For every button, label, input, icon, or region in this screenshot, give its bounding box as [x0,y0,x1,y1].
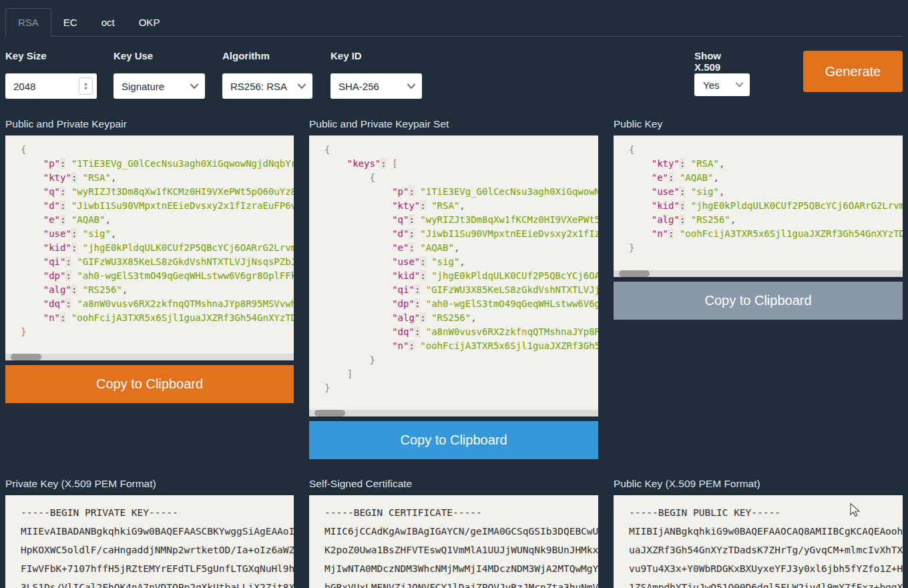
number-spinner-icon[interactable]: ▲▼ [79,77,93,95]
keypair-set-json-panel[interactable]: { "keys": [ { "p": "1TiE3EVg_G0lCecNsu3a… [309,135,598,416]
pem-panels-row: Private Key (X.509 PEM Format) -----BEGI… [5,478,903,588]
private-pem-panel[interactable]: -----BEGIN PRIVATE KEY-----MIIEvAIBADANB… [5,495,294,588]
private-pem-text: -----BEGIN PRIVATE KEY-----MIIEvAIBADANB… [5,495,294,588]
keypair-title: Public and Private Keypair [5,118,294,131]
chevron-down-icon [407,83,416,89]
algorithm-value: RS256: RSA [230,81,287,92]
scrollbar-thumb[interactable] [314,410,345,416]
certificate-text: -----BEGIN CERTIFICATE-----MIIC6jCCAdKgA… [309,495,598,588]
tab-rsa[interactable]: RSA [5,8,51,37]
mouse-cursor-icon [850,503,863,518]
key-use-field: Key Use Signature [114,50,205,99]
show-x509-field: Show X.509 Yes [694,50,750,96]
show-x509-label: Show X.509 [694,50,750,63]
tab-bar: RSA EC oct OKP [5,7,903,37]
keypair-set-section: Public and Private Keypair Set { "keys":… [309,118,598,459]
copy-keypair-set-button[interactable]: Copy to Clipboard [309,421,598,459]
algorithm-field: Algorithm RS256: RSA [222,50,312,99]
private-pem-title: Private Key (X.509 PEM Format) [5,478,294,491]
algorithm-label: Algorithm [222,50,312,63]
show-x509-select[interactable]: Yes [694,73,750,96]
keypair-set-title: Public and Private Keypair Set [309,118,598,131]
key-id-select[interactable]: SHA-256 [330,73,422,99]
key-size-label: Key Size [5,50,97,63]
public-key-title: Public Key [614,118,903,131]
public-key-json-code: { "kty": "RSA", "e": "AQAB", "use": "sig… [614,135,903,255]
chevron-down-icon [735,82,744,88]
key-id-field: Key ID SHA-256 [330,50,422,99]
horizontal-scrollbar[interactable] [614,270,903,277]
keypair-json-panel[interactable]: { "p": "1TiE3EVg_G0lCecNsu3agh0XiGqwowNg… [5,135,294,360]
copy-keypair-button[interactable]: Copy to Clipboard [5,365,294,403]
private-pem-section: Private Key (X.509 PEM Format) -----BEGI… [5,478,294,588]
keypair-json-code: { "p": "1TiE3EVg_G0lCecNsu3agh0XiGqwowNg… [5,135,294,339]
key-id-label: Key ID [330,50,422,63]
key-use-label: Key Use [114,50,205,63]
scrollbar-thumb[interactable] [11,354,41,360]
generator-form: Key Size 2048 ▲▼ Key Use Signature Algor… [0,50,908,107]
horizontal-scrollbar[interactable] [309,410,598,416]
chevron-down-icon [297,83,306,89]
certificate-section: Self-Signed Certificate -----BEGIN CERTI… [309,478,598,588]
algorithm-select[interactable]: RS256: RSA [222,73,312,99]
key-size-value: 2048 [13,81,35,92]
tab-oct[interactable]: oct [89,9,127,36]
keypair-set-json-code: { "keys": [ { "p": "1TiE3EVg_G0lCecNsu3a… [309,135,598,395]
horizontal-scrollbar[interactable] [5,354,294,360]
certificate-panel[interactable]: -----BEGIN CERTIFICATE-----MIIC6jCCAdKgA… [309,495,598,588]
json-panels-row: Public and Private Keypair { "p": "1TiE3… [5,118,903,459]
public-pem-title: Public Key (X.509 PEM Format) [614,478,903,491]
public-key-section: Public Key { "kty": "RSA", "e": "AQAB", … [614,118,903,320]
certificate-title: Self-Signed Certificate [309,478,598,491]
copy-public-key-button[interactable]: Copy to Clipboard [614,282,903,320]
generate-button[interactable]: Generate [803,51,903,92]
public-pem-section: Public Key (X.509 PEM Format) -----BEGIN… [614,478,903,588]
tab-okp[interactable]: OKP [127,9,172,36]
keypair-section: Public and Private Keypair { "p": "1TiE3… [5,118,294,403]
tab-ec[interactable]: EC [51,9,89,36]
jwk-generator-app: RSA EC oct OKP Key Size 2048 ▲▼ Key Use … [0,0,908,588]
show-x509-value: Yes [703,79,719,91]
public-key-json-panel[interactable]: { "kty": "RSA", "e": "AQAB", "use": "sig… [614,135,903,277]
key-use-value: Signature [122,81,164,92]
key-size-input[interactable]: 2048 ▲▼ [5,73,97,99]
chevron-down-icon [190,83,199,89]
key-use-select[interactable]: Signature [114,73,205,99]
key-size-field: Key Size 2048 ▲▼ [5,50,97,99]
scrollbar-thumb[interactable] [619,270,650,277]
key-id-value: SHA-256 [338,81,379,92]
